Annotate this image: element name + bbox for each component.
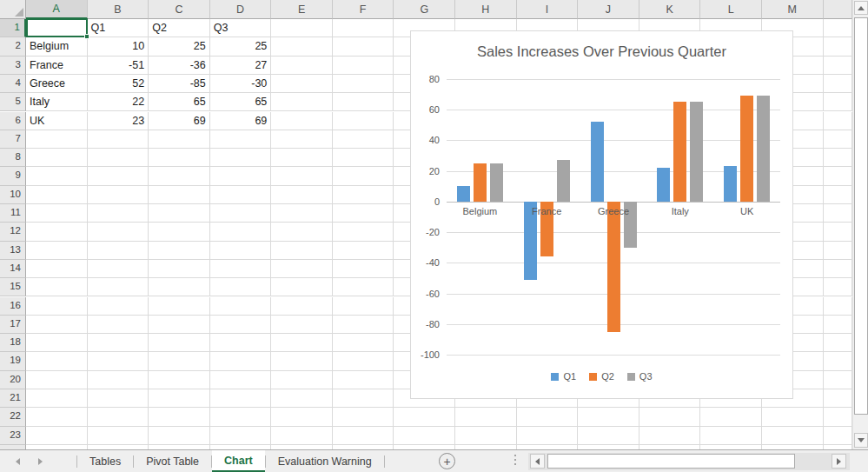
row-header-3[interactable]: 3 <box>0 57 26 75</box>
cell-E15[interactable] <box>271 278 333 296</box>
cell-H22[interactable] <box>455 408 517 426</box>
row-header-17[interactable]: 17 <box>0 316 26 334</box>
cell-F15[interactable] <box>333 278 394 296</box>
cell-A12[interactable] <box>26 223 88 241</box>
cell-J22[interactable] <box>578 408 639 426</box>
cell-D17[interactable] <box>210 316 272 334</box>
cell-D18[interactable] <box>210 334 272 352</box>
cell-C2[interactable]: 25 <box>149 37 210 56</box>
cell-A2[interactable]: Belgium <box>26 37 88 56</box>
row-header-2[interactable]: 2 <box>0 37 26 56</box>
cell-E21[interactable] <box>271 389 333 408</box>
sheet-tab-tables[interactable]: Tables <box>77 450 133 472</box>
cell-K23[interactable] <box>639 427 701 445</box>
cell-partial-15[interactable] <box>824 278 852 296</box>
cell-partial-17[interactable] <box>824 316 852 334</box>
chart-bar-Q1-Belgium[interactable] <box>457 186 470 202</box>
cell-partial-8[interactable] <box>824 149 852 167</box>
legend-item-Q1[interactable]: Q1 <box>551 371 576 382</box>
cell-partial-16[interactable] <box>824 297 852 316</box>
cell-F16[interactable] <box>333 297 394 316</box>
chart-bar-Q3-Italy[interactable] <box>690 102 703 202</box>
cell-C1[interactable]: Q2 <box>149 19 210 37</box>
horizontal-scrollbar[interactable] <box>528 453 850 470</box>
cell-F13[interactable] <box>333 242 394 260</box>
cell-E18[interactable] <box>271 334 333 352</box>
cell-B3[interactable]: -51 <box>88 57 149 75</box>
cell-D1[interactable]: Q3 <box>210 19 272 37</box>
row-header-1[interactable]: 1 <box>0 19 26 37</box>
cell-A9[interactable] <box>26 167 88 185</box>
cell-partial-4[interactable] <box>824 75 852 93</box>
horizontal-scrollbar-thumb[interactable] <box>547 454 795 469</box>
cell-C6[interactable]: 69 <box>149 112 210 130</box>
cell-A17[interactable] <box>26 316 88 334</box>
cell-A21[interactable] <box>26 389 88 408</box>
cell-E19[interactable] <box>271 352 333 370</box>
cell-F12[interactable] <box>333 223 394 241</box>
cell-partial-22[interactable] <box>824 408 852 426</box>
cell-B11[interactable] <box>88 204 149 223</box>
column-header-M[interactable]: M <box>762 0 824 19</box>
cell-A16[interactable] <box>26 297 88 316</box>
cell-C13[interactable] <box>149 242 210 260</box>
cell-partial-10[interactable] <box>824 186 852 204</box>
cell-E2[interactable] <box>271 37 333 56</box>
cell-F9[interactable] <box>333 167 394 185</box>
chart-bar-Q2-Belgium[interactable] <box>474 163 487 202</box>
cell-B14[interactable] <box>88 260 149 278</box>
row-header-10[interactable]: 10 <box>0 186 26 204</box>
cell-C5[interactable]: 65 <box>149 93 210 111</box>
cell-E12[interactable] <box>271 223 333 241</box>
legend-item-Q3[interactable]: Q3 <box>627 371 653 382</box>
cell-B20[interactable] <box>88 371 149 389</box>
cell-partial-20[interactable] <box>824 371 852 389</box>
cell-F1[interactable] <box>333 19 394 37</box>
cell-D7[interactable] <box>210 130 272 149</box>
cell-B19[interactable] <box>88 352 149 370</box>
column-header-partial[interactable] <box>824 0 852 19</box>
cell-E5[interactable] <box>271 93 333 111</box>
cell-partial-9[interactable] <box>824 167 852 185</box>
sheet-tab-evaluation-warning[interactable]: Evaluation Warning <box>266 450 384 472</box>
row-header-22[interactable]: 22 <box>0 408 26 426</box>
cell-C3[interactable]: -36 <box>149 57 210 75</box>
cell-I23[interactable] <box>517 427 579 445</box>
column-header-F[interactable]: F <box>333 0 394 19</box>
cell-partial-3[interactable] <box>824 57 852 75</box>
cell-B9[interactable] <box>88 167 149 185</box>
cell-partial-11[interactable] <box>824 204 852 223</box>
cell-C21[interactable] <box>149 389 210 408</box>
cell-partial-19[interactable] <box>824 352 852 370</box>
cell-L23[interactable] <box>700 427 762 445</box>
cell-M22[interactable] <box>762 408 824 426</box>
cell-B22[interactable] <box>88 408 149 426</box>
cell-A7[interactable] <box>26 130 88 149</box>
row-header-11[interactable]: 11 <box>0 204 26 223</box>
column-header-C[interactable]: C <box>149 0 210 19</box>
row-header-6[interactable]: 6 <box>0 112 26 130</box>
cell-partial-2[interactable] <box>824 37 852 56</box>
cell-C18[interactable] <box>149 334 210 352</box>
row-header-4[interactable]: 4 <box>0 75 26 93</box>
cell-B8[interactable] <box>88 149 149 167</box>
row-header-13[interactable]: 13 <box>0 242 26 260</box>
cell-E7[interactable] <box>271 130 333 149</box>
cell-E1[interactable] <box>271 19 333 37</box>
chart[interactable]: Sales Increases Over Previous Quarter 80… <box>410 30 793 399</box>
cell-F20[interactable] <box>333 371 394 389</box>
cell-A6[interactable]: UK <box>26 112 88 130</box>
cell-F4[interactable] <box>333 75 394 93</box>
row-header-18[interactable]: 18 <box>0 334 26 352</box>
cell-E20[interactable] <box>271 371 333 389</box>
cell-A13[interactable] <box>26 242 88 260</box>
cell-E13[interactable] <box>271 242 333 260</box>
row-header-20[interactable]: 20 <box>0 371 26 389</box>
cell-B13[interactable] <box>88 242 149 260</box>
cell-C7[interactable] <box>149 130 210 149</box>
chart-bar-Q3-France[interactable] <box>557 160 570 202</box>
cell-C20[interactable] <box>149 371 210 389</box>
cell-F17[interactable] <box>333 316 394 334</box>
cell-K22[interactable] <box>639 408 701 426</box>
add-sheet-button[interactable]: + <box>439 453 455 469</box>
